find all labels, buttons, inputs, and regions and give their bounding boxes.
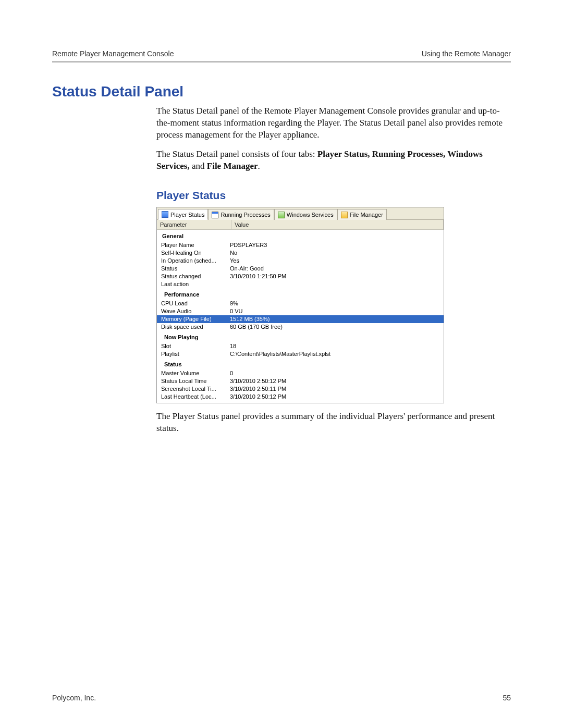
table-row[interactable]: Status changed 3/10/2010 1:21:50 PM (157, 273, 444, 280)
status-detail-panel: Player Status Running Processes Windows … (156, 207, 444, 403)
param: Screenshot Local Ti... (157, 385, 229, 393)
table-row[interactable]: Disk space used 60 GB (170 GB free) (157, 323, 444, 331)
monitor-icon (162, 211, 168, 218)
folder-icon (341, 212, 348, 218)
table-row[interactable]: Last Heartbeat (Loc... 3/10/2010 2:50:12… (157, 393, 444, 401)
param: Last Heartbeat (Loc... (157, 393, 229, 401)
value: C:\Content\Playlists\MasterPlaylist.xpls… (229, 350, 444, 358)
column-parameter[interactable]: Parameter (157, 220, 231, 229)
paragraph-tabs: The Status Detail panel consists of four… (156, 149, 511, 172)
tab-label: Player Status (170, 212, 204, 218)
group-general: General (157, 230, 444, 241)
param: Self-Healing On (157, 249, 229, 257)
value: 3/10/2010 1:21:50 PM (229, 273, 444, 280)
table-row[interactable]: Master Volume 0 (157, 369, 444, 377)
tab-label: Running Processes (221, 212, 270, 218)
value: 3/10/2010 2:50:11 PM (229, 385, 444, 393)
grid-body: General Player Name PDSPLAYER3 Self-Heal… (157, 230, 444, 403)
value: Yes (229, 257, 444, 265)
section-title: Status Detail Panel (52, 83, 511, 100)
value: No (229, 249, 444, 257)
para2-pre: The Status Detail panel consists of four… (156, 149, 317, 159)
param: Master Volume (157, 369, 229, 377)
tab-bar: Player Status Running Processes Windows … (157, 207, 444, 220)
paragraph-summary: The Player Status panel provides a summa… (156, 411, 511, 435)
param: Disk space used (157, 323, 229, 331)
param: Player Name (157, 241, 229, 249)
param: Status Local Time (157, 377, 229, 385)
window-icon (212, 212, 218, 218)
page-header: Remote Player Management Console Using t… (52, 50, 511, 63)
table-row[interactable]: Last action (157, 280, 444, 288)
param: Playlist (157, 350, 229, 358)
group-status: Status (157, 358, 444, 369)
table-row[interactable]: CPU Load 9% (157, 300, 444, 307)
para2-mid: and (192, 161, 207, 171)
value: 3/10/2010 2:50:12 PM (229, 377, 444, 385)
tab-file-manager[interactable]: File Manager (337, 209, 387, 220)
column-value[interactable]: Value (231, 220, 444, 229)
page-footer: Polycom, Inc. 55 (52, 694, 511, 702)
param: CPU Load (157, 300, 229, 307)
paragraph-intro: The Status Detail panel of the Remote Pl… (156, 105, 511, 141)
header-right: Using the Remote Manager (422, 50, 511, 58)
tab-running-processes[interactable]: Running Processes (208, 209, 274, 220)
table-row[interactable]: Player Name PDSPLAYER3 (157, 241, 444, 249)
table-row-selected[interactable]: Memory (Page File) 1512 MB (35%) (157, 315, 444, 323)
value: 3/10/2010 2:50:12 PM (229, 393, 444, 401)
tab-label: File Manager (350, 212, 383, 218)
value: PDSPLAYER3 (229, 241, 444, 249)
grid-header: Parameter Value (157, 220, 444, 230)
value: 1512 MB (35%) (229, 315, 444, 323)
subheading-player-status: Player Status (156, 188, 511, 203)
footer-right: 55 (503, 694, 511, 702)
tab-label: Windows Services (287, 212, 334, 218)
value: 0 VU (229, 307, 444, 315)
param: Status changed (157, 273, 229, 280)
table-row[interactable]: Status On-Air: Good (157, 265, 444, 273)
value: On-Air: Good (229, 265, 444, 273)
param: In Operation (sched... (157, 257, 229, 265)
header-left: Remote Player Management Console (52, 50, 174, 58)
table-row[interactable]: Slot 18 (157, 342, 444, 350)
tab-windows-services[interactable]: Windows Services (274, 209, 337, 220)
para2-bold2: File Manager (207, 161, 258, 171)
value: 18 (229, 342, 444, 350)
param: Memory (Page File) (157, 315, 229, 323)
param: Slot (157, 342, 229, 350)
value (229, 280, 444, 288)
param: Last action (157, 280, 229, 288)
table-row[interactable]: Status Local Time 3/10/2010 2:50:12 PM (157, 377, 444, 385)
param: Status (157, 265, 229, 273)
services-icon (278, 212, 285, 218)
value: 9% (229, 300, 444, 307)
value: 60 GB (170 GB free) (229, 323, 444, 331)
group-performance: Performance (157, 288, 444, 300)
table-row[interactable]: Wave Audio 0 VU (157, 307, 444, 315)
footer-left: Polycom, Inc. (52, 694, 96, 702)
table-row[interactable]: Self-Healing On No (157, 249, 444, 257)
table-row[interactable]: Screenshot Local Ti... 3/10/2010 2:50:11… (157, 385, 444, 393)
value: 0 (229, 369, 444, 377)
table-row[interactable]: Playlist C:\Content\Playlists\MasterPlay… (157, 350, 444, 358)
tab-player-status[interactable]: Player Status (158, 209, 208, 220)
para2-post: . (258, 161, 260, 171)
table-row[interactable]: In Operation (sched... Yes (157, 257, 444, 265)
group-now-playing: Now Playing (157, 331, 444, 342)
param: Wave Audio (157, 307, 229, 315)
